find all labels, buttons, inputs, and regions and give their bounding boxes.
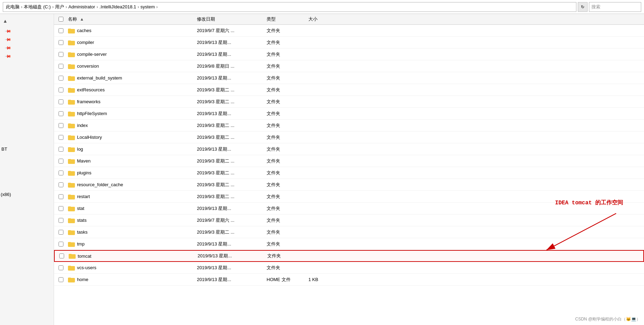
table-row[interactable]: stat 2019/9/13 星期... 文件夹 [54, 203, 644, 214]
breadcrumb-users[interactable]: 用户 [55, 4, 64, 10]
table-row[interactable]: resource_folder_cache 2019/9/3 星期二 ... 文… [54, 179, 644, 191]
breadcrumb-admin[interactable]: Administrator [68, 4, 95, 9]
row-checkbox[interactable] [54, 28, 68, 33]
row-check-input[interactable] [59, 277, 63, 282]
row-checkbox[interactable] [54, 111, 68, 116]
table-row[interactable]: tasks 2019/9/3 星期二 ... 文件夹 [54, 226, 644, 238]
table-row[interactable]: vcs-users 2019/9/13 星期... 文件夹 [54, 262, 644, 274]
row-type: 文件夹 [267, 241, 308, 247]
row-checkbox[interactable] [54, 218, 68, 223]
row-check-input[interactable] [59, 171, 63, 175]
pin-item-3[interactable]: 📌 [4, 45, 54, 51]
row-check-input[interactable] [59, 88, 63, 92]
main-layout: ▲ 📌 📌 📌 📌 BT (x86) 名称 [0, 14, 644, 325]
folder-icon [68, 52, 75, 57]
breadcrumb-system[interactable]: system [140, 4, 155, 9]
table-row[interactable]: Maven 2019/9/3 星期二 ... 文件夹 [54, 155, 644, 167]
row-checkbox[interactable] [54, 40, 68, 45]
table-row[interactable]: compile-server 2019/9/13 星期... 文件夹 [54, 48, 644, 60]
select-all-checkbox[interactable] [54, 17, 68, 22]
row-check-input[interactable] [59, 254, 64, 258]
row-checkbox[interactable] [54, 99, 68, 104]
row-date: 2019/9/13 星期... [197, 205, 267, 212]
row-date: 2019/9/13 星期... [197, 277, 267, 283]
row-checkbox[interactable] [54, 171, 68, 175]
table-row[interactable]: httpFileSystem 2019/9/13 星期... 文件夹 [54, 108, 644, 120]
row-checkbox[interactable] [54, 52, 68, 57]
row-checkbox[interactable] [54, 230, 68, 235]
table-row[interactable]: LocalHistory 2019/9/3 星期二 ... 文件夹 [54, 131, 644, 143]
folder-icon [68, 170, 75, 176]
table-row[interactable]: frameworks 2019/9/3 星期二 ... 文件夹 [54, 96, 644, 108]
folder-icon [68, 87, 75, 93]
checkbox-all[interactable] [59, 17, 63, 22]
table-row[interactable]: plugins 2019/9/3 星期二 ... 文件夹 [54, 167, 644, 179]
table-row[interactable]: index 2019/9/3 星期二 ... 文件夹 [54, 120, 644, 131]
row-check-input[interactable] [59, 64, 63, 69]
row-check-input[interactable] [59, 182, 63, 187]
row-check-input[interactable] [59, 230, 63, 235]
row-check-input[interactable] [59, 265, 63, 270]
row-checkbox[interactable] [54, 265, 68, 270]
table-row[interactable]: compiler 2019/9/13 星期... 文件夹 [54, 37, 644, 48]
table-row[interactable]: extResources 2019/9/3 星期二 ... 文件夹 [54, 84, 644, 96]
sidebar-scroll-up[interactable]: ▲ [0, 17, 54, 25]
row-check-input[interactable] [59, 123, 63, 128]
row-check-input[interactable] [59, 76, 63, 81]
row-checkbox[interactable] [54, 242, 68, 247]
table-row[interactable]: caches 2019/9/7 星期六 ... 文件夹 [54, 25, 644, 37]
breadcrumb-pc[interactable]: 此电脑 [6, 4, 20, 10]
row-checkbox[interactable] [54, 123, 68, 128]
row-check-input[interactable] [59, 218, 63, 223]
row-check-input[interactable] [59, 135, 63, 140]
row-checkbox[interactable] [54, 206, 68, 211]
row-check-input[interactable] [59, 99, 63, 104]
col-header-date[interactable]: 修改日期 [197, 16, 267, 22]
refresh-button[interactable]: ↻ [578, 2, 588, 12]
row-check-input[interactable] [59, 111, 63, 116]
folder-icon [69, 253, 76, 259]
pin-item-2[interactable]: 📌 [4, 36, 54, 43]
row-check-input[interactable] [59, 242, 63, 247]
row-check-input[interactable] [59, 159, 63, 164]
search-input[interactable]: 搜索 [589, 2, 641, 12]
row-check-input[interactable] [59, 40, 63, 45]
breadcrumb-c[interactable]: 本地磁盘 (C:) [24, 4, 51, 10]
col-header-name[interactable]: 名称 ▲ [68, 16, 197, 22]
row-checkbox[interactable] [54, 159, 68, 164]
row-checkbox[interactable] [54, 194, 68, 199]
row-checkbox[interactable] [54, 277, 68, 282]
row-check-input[interactable] [59, 52, 63, 57]
row-check-input[interactable] [59, 194, 63, 199]
table-row[interactable]: tmp 2019/9/13 星期... 文件夹 [54, 238, 644, 250]
table-row[interactable]: restart 2019/9/3 星期二 ... 文件夹 [54, 191, 644, 203]
pin-item-1[interactable]: 📌 [4, 28, 54, 34]
row-check-input[interactable] [59, 28, 63, 33]
table-row[interactable]: stats 2019/9/7 星期六 ... 文件夹 [54, 214, 644, 226]
row-type: 文件夹 [267, 253, 309, 259]
col-header-type[interactable]: 类型 [267, 16, 308, 22]
breadcrumb[interactable]: 此电脑 › 本地磁盘 (C:) › 用户 › Administrator › .… [3, 2, 576, 12]
table-row[interactable]: conversion 2019/9/8 星期日 ... 文件夹 [54, 60, 644, 72]
row-checkbox[interactable] [54, 135, 68, 140]
row-date: 2019/9/13 星期... [197, 146, 267, 152]
row-checkbox[interactable] [55, 254, 69, 258]
row-check-input[interactable] [59, 206, 63, 211]
table-row[interactable]: log 2019/9/13 星期... 文件夹 [54, 143, 644, 155]
pin-list: 📌 📌 📌 📌 [0, 28, 54, 59]
row-checkbox[interactable] [54, 147, 68, 152]
table-row[interactable]: home 2019/9/13 星期... HOME 文件 1 KB [54, 274, 644, 286]
row-checkbox[interactable] [54, 88, 68, 92]
table-row[interactable]: tomcat 2019/9/13 星期... 文件夹 [54, 250, 644, 262]
col-header-size[interactable]: 大小 [308, 16, 350, 22]
table-row[interactable]: external_build_system 2019/9/13 星期... 文件… [54, 72, 644, 84]
col-name-sort-icon[interactable]: ▲ [80, 17, 84, 22]
row-checkbox[interactable] [54, 182, 68, 187]
row-checkbox[interactable] [54, 64, 68, 69]
pin-item-4[interactable]: 📌 [4, 53, 54, 59]
row-date: 2019/9/3 星期二 ... [197, 87, 267, 93]
row-checkbox[interactable] [54, 76, 68, 81]
breadcrumb-idea[interactable]: .IntelliJIdea2018.1 [99, 4, 136, 9]
sidebar-label-x86: (x86) [1, 192, 11, 197]
row-check-input[interactable] [59, 147, 63, 152]
